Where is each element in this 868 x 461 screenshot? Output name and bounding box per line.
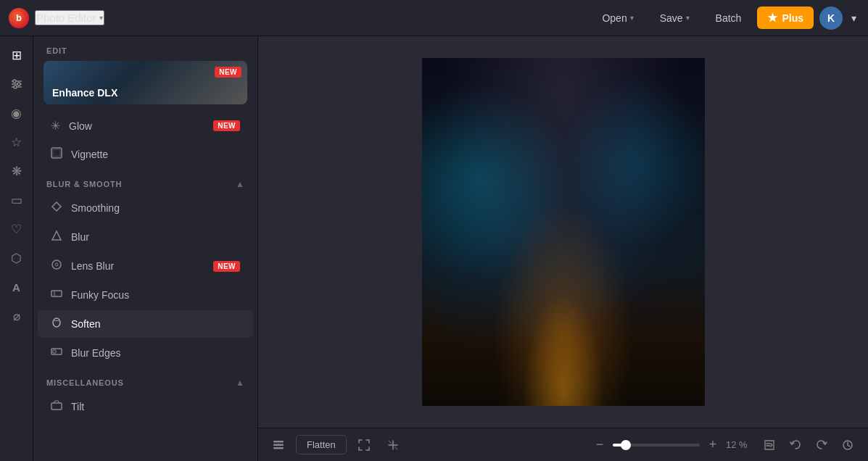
open-button[interactable]: Open ▾ xyxy=(592,8,643,28)
svg-rect-15 xyxy=(273,441,284,443)
blur-smooth-collapse-button[interactable]: ▲ xyxy=(236,179,244,189)
batch-label: Batch xyxy=(716,12,742,24)
main-area: ⊞ ◉ ☆ ❋ ▭ ♡ ⬡ A ⌀ EDIT Enhance DLX NEW xyxy=(0,36,868,461)
zoom-slider[interactable] xyxy=(613,444,700,447)
glow-badge: NEW xyxy=(213,120,240,131)
funky-focus-label: Funky Focus xyxy=(71,289,240,301)
avatar-letter: K xyxy=(827,12,835,24)
sidebar-text-button[interactable]: A xyxy=(4,274,30,300)
svg-rect-13 xyxy=(53,350,56,353)
compare-button[interactable] xyxy=(758,433,781,457)
svg-point-3 xyxy=(13,80,16,83)
menu-item-funky-focus[interactable]: Funky Focus xyxy=(38,281,253,309)
enhance-card-badge: NEW xyxy=(215,67,241,78)
zoom-slider-thumb xyxy=(621,440,631,450)
open-label: Open xyxy=(602,12,627,24)
menu-item-blur-edges[interactable]: Blur Edges xyxy=(38,339,253,367)
menu-item-lens-blur[interactable]: Lens Blur NEW xyxy=(38,252,253,280)
zoom-minus-icon: − xyxy=(596,437,604,452)
svg-point-4 xyxy=(17,83,20,86)
blur-smooth-section-header: BLUR & SMOOTH ▲ xyxy=(33,169,257,194)
glow-icon: ✳ xyxy=(51,119,60,133)
vignette-icon xyxy=(51,147,62,162)
enhance-card-label: Enhance DLX xyxy=(52,87,117,99)
svg-point-9 xyxy=(55,263,58,266)
blur-smooth-label: BLUR & SMOOTH xyxy=(46,180,122,188)
fit-screen-button[interactable] xyxy=(352,433,376,457)
svg-point-8 xyxy=(52,260,61,269)
sidebar-brush-button[interactable]: ⌀ xyxy=(4,303,30,329)
app-title-text: Photo Editor xyxy=(36,12,96,24)
zoom-percent-label: 12 % xyxy=(726,439,752,450)
lens-blur-label: Lens Blur xyxy=(71,260,204,272)
soften-label: Soften xyxy=(71,318,240,330)
batch-button[interactable]: Batch xyxy=(706,8,752,28)
bottom-toolbar: Flatten − xyxy=(258,428,868,461)
redo-button[interactable] xyxy=(810,433,833,457)
zoom-in-button[interactable]: + xyxy=(704,436,722,454)
smoothing-label: Smoothing xyxy=(71,202,240,214)
menu-item-glow[interactable]: ✳ Glow NEW xyxy=(38,112,253,139)
lens-blur-badge: NEW xyxy=(213,261,240,272)
blur-icon xyxy=(51,230,62,244)
plus-button[interactable]: ★ Plus xyxy=(757,7,814,29)
svg-rect-17 xyxy=(273,447,284,449)
zoom-control: − + 12 % xyxy=(591,436,752,454)
lens-blur-icon xyxy=(51,259,62,273)
right-toolbar-buttons xyxy=(758,433,859,457)
sidebar-filters-button[interactable] xyxy=(4,71,30,97)
app-logo: b xyxy=(9,8,29,28)
zoom-plus-icon: + xyxy=(709,437,717,452)
avatar-button[interactable]: K xyxy=(819,7,843,30)
canvas-area: Flatten − xyxy=(258,36,868,461)
enhance-dlx-card[interactable]: Enhance DLX NEW xyxy=(44,61,247,104)
avatar-chevron-icon: ▾ xyxy=(851,12,856,24)
menu-item-smoothing[interactable]: Smoothing xyxy=(38,194,253,222)
avatar-chevron-button[interactable]: ▾ xyxy=(848,12,859,24)
app-title-chevron: ▾ xyxy=(99,14,103,22)
menu-item-tilt[interactable]: Tilt xyxy=(38,393,253,420)
menu-item-blur[interactable]: Blur xyxy=(38,223,253,251)
svg-rect-16 xyxy=(273,444,284,446)
menu-item-vignette[interactable]: Vignette xyxy=(38,141,253,168)
flatten-label: Flatten xyxy=(307,439,336,450)
svg-rect-7 xyxy=(53,149,60,157)
sidebar-shape-button[interactable]: ⬡ xyxy=(4,245,30,271)
tilt-icon xyxy=(51,399,62,414)
app-title-button[interactable]: Photo Editor ▾ xyxy=(35,10,104,25)
svg-point-5 xyxy=(14,86,17,88)
svg-rect-10 xyxy=(51,291,62,296)
sidebar-crop-button[interactable]: ▭ xyxy=(4,187,30,213)
sidebar-heart-button[interactable]: ♡ xyxy=(4,216,30,242)
sidebar-star-button[interactable]: ☆ xyxy=(4,129,30,155)
save-button[interactable]: Save ▾ xyxy=(650,8,700,28)
layers-button[interactable] xyxy=(267,433,290,457)
misc-collapse-button[interactable]: ▲ xyxy=(236,378,244,388)
save-label: Save xyxy=(660,12,683,24)
sidebar-preview-button[interactable]: ◉ xyxy=(4,100,30,126)
plus-star-icon: ★ xyxy=(767,11,777,25)
misc-label: MISCELLANEOUS xyxy=(46,378,124,387)
sidebar-effects-button[interactable]: ❋ xyxy=(4,158,30,184)
blur-edges-icon xyxy=(51,346,62,360)
blur-edges-label: Blur Edges xyxy=(71,347,240,359)
undo-button[interactable] xyxy=(784,433,807,457)
vignette-label: Vignette xyxy=(71,149,240,160)
soften-icon xyxy=(51,317,62,331)
menu-item-soften[interactable]: Soften xyxy=(38,310,253,338)
canvas-image xyxy=(422,58,705,406)
save-chevron: ▾ xyxy=(686,14,690,22)
glow-label: Glow xyxy=(69,120,204,132)
sidebar-adjust-button[interactable]: ⊞ xyxy=(4,42,30,68)
blur-label: Blur xyxy=(71,231,240,243)
flatten-button[interactable]: Flatten xyxy=(296,435,347,454)
icon-sidebar: ⊞ ◉ ☆ ❋ ▭ ♡ ⬡ A ⌀ xyxy=(0,36,33,461)
expand-button[interactable] xyxy=(381,433,405,457)
svg-rect-14 xyxy=(51,403,62,410)
misc-section-header: MISCELLANEOUS ▲ xyxy=(33,367,257,392)
plus-label: Plus xyxy=(782,12,803,24)
canvas-viewport xyxy=(258,36,868,428)
history-button[interactable] xyxy=(836,433,859,457)
zoom-out-button[interactable]: − xyxy=(591,436,608,454)
tilt-label: Tilt xyxy=(71,401,240,412)
